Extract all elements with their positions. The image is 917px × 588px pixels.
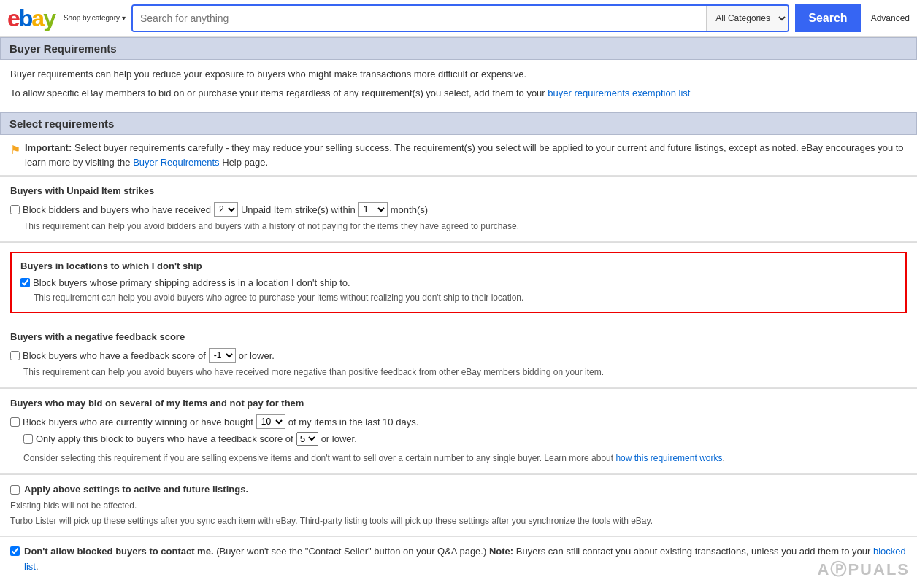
apply-settings-section: Apply above settings to active and futur… — [0, 475, 917, 536]
important-label: Important: — [25, 142, 72, 153]
multiple-items-title: Buyers who may bid on several of my item… — [10, 398, 907, 409]
multiple-items-sub-checkbox[interactable] — [23, 434, 33, 444]
search-button[interactable]: Search — [795, 4, 860, 32]
important-notice: ⚑ Important: Select buyer requirements c… — [0, 135, 917, 176]
shipping-location-checkbox[interactable] — [20, 278, 30, 287]
shipping-location-wrapper: Buyers in locations to which I don't shi… — [0, 243, 917, 322]
multiple-items-post: of my items in the last 10 days. — [288, 417, 418, 428]
logo-b: b — [19, 5, 32, 31]
dropdown-arrow-icon: ▾ — [122, 14, 126, 23]
watermark: AⓅPUALS — [818, 559, 910, 581]
shop-by-category[interactable]: Shop by category ▾ — [62, 13, 126, 23]
unpaid-items-row: Block bidders and buyers who have receiv… — [10, 202, 907, 217]
intro-text-2: To allow specific eBay members to bid on… — [10, 86, 907, 101]
multiple-items-count-select[interactable]: 2345678910 — [256, 414, 285, 429]
how-requirement-works-link[interactable]: how this requirement works — [615, 453, 722, 463]
apply-settings-row: Apply above settings to active and futur… — [10, 484, 907, 495]
negative-feedback-note: This requirement can help you avoid buye… — [23, 365, 907, 379]
exemption-list-link[interactable]: buyer requirements exemption list — [548, 88, 690, 98]
select-requirements-title: Select requirements — [9, 117, 114, 130]
select-requirements-header: Select requirements — [0, 112, 917, 135]
important-post: Help page. — [220, 157, 269, 168]
apply-settings-label: Apply above settings to active and futur… — [24, 484, 248, 495]
unpaid-items-checkbox[interactable] — [10, 205, 20, 214]
header: ebay Shop by category ▾ All Categories A… — [0, 0, 917, 37]
shipping-location-label: Block buyers whose primary shipping addr… — [33, 277, 350, 288]
dont-allow-text1: (Buyer won't see the "Contact Seller" bu… — [214, 546, 489, 557]
negative-feedback-label: Block buyers who have a feedback score o… — [23, 350, 206, 361]
unpaid-items-note: This requirement can help you avoid bidd… — [23, 220, 907, 233]
flag-icon: ⚑ — [10, 142, 20, 159]
shipping-location-row: Block buyers whose primary shipping addr… — [20, 277, 897, 288]
negative-feedback-row: Block buyers who have a feedback score o… — [10, 348, 907, 363]
logo-a: a — [31, 5, 43, 31]
multiple-items-note-post: . — [722, 453, 724, 463]
blocked-buyers-row: Don't allow blocked buyers to contact me… — [10, 544, 907, 575]
blocked-buyers-text: Don't allow blocked buyers to contact me… — [24, 544, 907, 575]
multiple-items-note: Consider selecting this requirement if y… — [23, 452, 907, 465]
feedback-score-select[interactable]: -1-2-3-4-5 — [209, 348, 236, 363]
multiple-items-pre: Block buyers who are currently winning o… — [23, 417, 253, 428]
search-input[interactable] — [133, 6, 706, 31]
logo-area: ebay Shop by category ▾ — [7, 7, 126, 30]
shop-by-label: Shop by — [64, 14, 91, 23]
multiple-items-score-select[interactable]: 012345 — [296, 432, 318, 446]
dont-allow-blocked-checkbox[interactable] — [10, 546, 20, 556]
multiple-items-block: Buyers who may bid on several of my item… — [0, 389, 917, 474]
unpaid-after-text: month(s) — [391, 204, 428, 215]
intro-text-1: Buyer requirements can help you reduce y… — [10, 67, 907, 82]
shipping-location-title: Buyers in locations to which I don't shi… — [20, 260, 897, 271]
intro2-pre: To allow specific eBay members to bid on… — [10, 88, 548, 98]
dont-allow-note-label: Note: — [489, 546, 513, 557]
dont-allow-text3: . — [36, 561, 39, 572]
buyer-requirements-header: Buyer Requirements — [0, 37, 917, 60]
negative-feedback-checkbox[interactable] — [10, 351, 20, 360]
unpaid-items-block: Buyers with Unpaid Item strikes Block bi… — [0, 177, 917, 242]
dont-allow-bold: Don't allow blocked buyers to contact me… — [24, 546, 214, 557]
blocked-buyers-section: Don't allow blocked buyers to contact me… — [0, 536, 917, 587]
multiple-items-row2: Only apply this block to buyers who have… — [23, 432, 907, 446]
multiple-items-checkbox[interactable] — [10, 417, 20, 427]
category-label: category — [92, 14, 120, 23]
multiple-items-note-pre: Consider selecting this requirement if y… — [23, 453, 615, 463]
unpaid-items-label: Block bidders and buyers who have receiv… — [23, 204, 211, 215]
multiple-items-sub-post: or lower. — [321, 433, 357, 444]
category-select[interactable]: All Categories Antiques Art Books Electr… — [706, 6, 788, 31]
apply-settings-checkbox[interactable] — [10, 485, 20, 495]
negative-feedback-after: or lower. — [239, 350, 275, 361]
buyer-requirements-title: Buyer Requirements — [9, 42, 117, 55]
important-text: Important: Select buyer requirements car… — [25, 141, 907, 169]
multiple-items-row1: Block buyers who are currently winning o… — [10, 414, 907, 429]
dont-allow-text2: Buyers can still contact you about exist… — [513, 546, 873, 557]
unpaid-months-select[interactable]: 1612 — [358, 202, 388, 217]
apply-note-2: Turbo Lister will pick up these settings… — [10, 514, 907, 527]
search-area: All Categories Antiques Art Books Electr… — [131, 4, 789, 32]
apply-note-1: Existing bids will not be affected. — [10, 499, 907, 512]
logo-y: y — [43, 5, 55, 31]
unpaid-strikes-count-select[interactable]: 2345 — [214, 202, 238, 217]
negative-feedback-block: Buyers with a negative feedback score Bl… — [0, 322, 917, 388]
negative-feedback-title: Buyers with a negative feedback score — [10, 331, 907, 342]
buyer-requirements-intro: Buyer requirements can help you reduce y… — [0, 60, 917, 112]
unpaid-between-text: Unpaid Item strike(s) within — [241, 204, 356, 215]
shipping-location-block: Buyers in locations to which I don't shi… — [10, 252, 907, 313]
logo-e: e — [7, 5, 19, 31]
shipping-location-note: This requirement can help you avoid buye… — [34, 291, 897, 304]
multiple-items-sub-pre: Only apply this block to buyers who have… — [36, 433, 293, 444]
logo: ebay — [7, 7, 55, 30]
advanced-link[interactable]: Advanced — [871, 13, 910, 23]
buyer-requirements-link[interactable]: Buyer Requirements — [133, 157, 220, 168]
unpaid-items-title: Buyers with Unpaid Item strikes — [10, 185, 907, 196]
page-content: Buyer Requirements Buyer requirements ca… — [0, 37, 917, 588]
